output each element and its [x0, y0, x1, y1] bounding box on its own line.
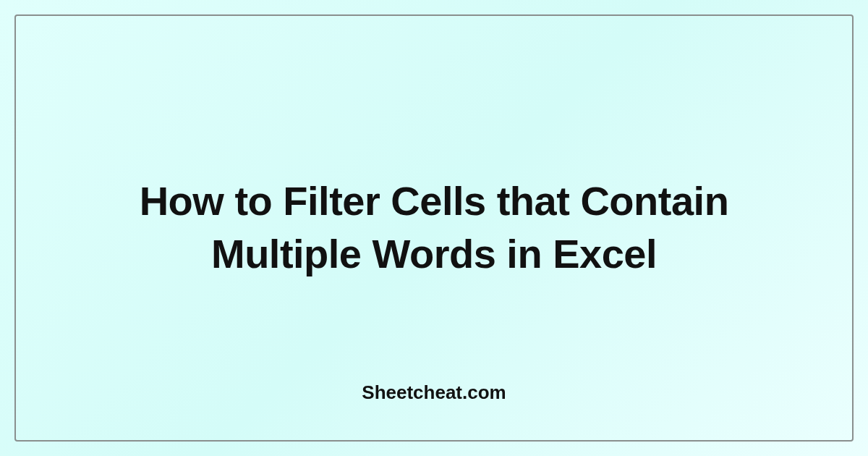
content-card: How to Filter Cells that Contain Multipl… — [14, 14, 854, 442]
page-title: How to Filter Cells that Contain Multipl… — [74, 175, 794, 281]
site-name: Sheetcheat.com — [362, 381, 506, 404]
